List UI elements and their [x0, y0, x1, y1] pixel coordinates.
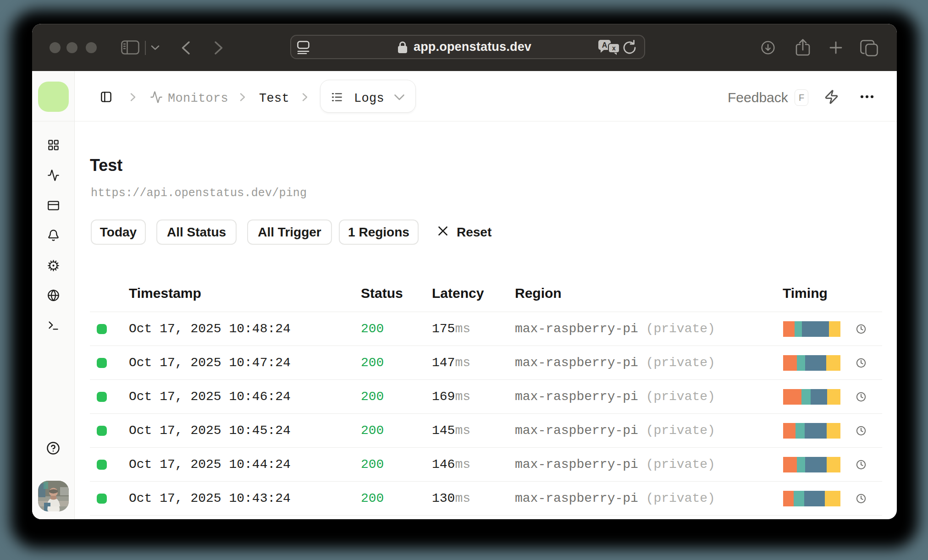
svg-text:x: x [612, 44, 616, 52]
svg-text:A: A [602, 41, 608, 49]
